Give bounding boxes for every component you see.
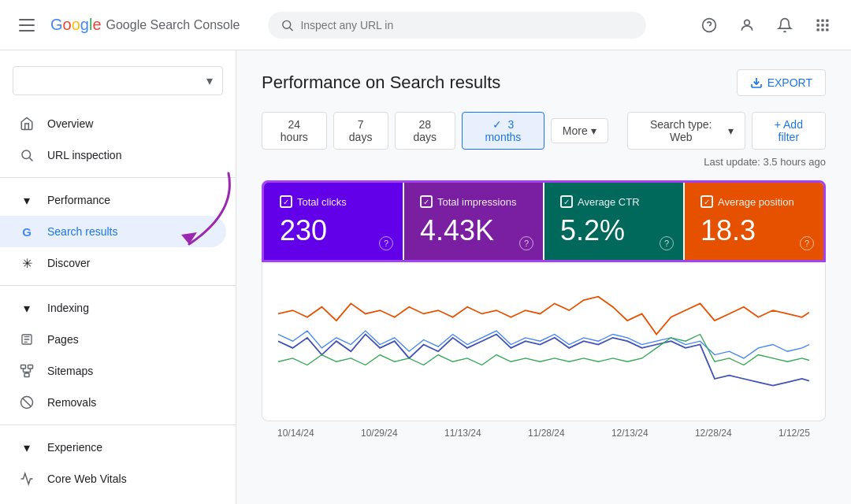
metric-label: ✓ Total impressions: [420, 195, 527, 208]
metric-card-average-position[interactable]: ✓ Average position 18.3 ?: [685, 183, 823, 260]
section-label: Performance: [47, 194, 110, 206]
property-selector[interactable]: ▾: [13, 66, 223, 95]
metric-value: 4.43K: [420, 214, 527, 247]
sidebar-item-label: Core Web Vitals: [47, 472, 127, 485]
chart-container: [262, 264, 826, 421]
metric-card-total-clicks[interactable]: ✓ Total clicks 230 ?: [264, 183, 403, 260]
page-title: Performance on Search results: [262, 72, 500, 93]
google-icon: G: [19, 224, 35, 239]
notifications-button[interactable]: [769, 9, 801, 41]
tab-24hours[interactable]: 24 hours: [262, 112, 327, 150]
sidebar-item-label: Search results: [47, 225, 117, 238]
help-button[interactable]: [693, 9, 725, 41]
accounts-button[interactable]: [731, 9, 763, 41]
help-icon[interactable]: ?: [660, 236, 674, 250]
content-header: Performance on Search results EXPORT: [262, 69, 826, 96]
search-type-button[interactable]: Search type: Web ▾: [627, 112, 745, 150]
date-label: 11/13/24: [444, 428, 481, 439]
sidebar-item-core-web-vitals[interactable]: Core Web Vitals: [0, 463, 226, 495]
performance-section-header[interactable]: ▾ Performance: [0, 184, 236, 216]
removals-icon: [19, 395, 35, 410]
sidebar-item-pages[interactable]: Pages: [0, 324, 226, 355]
svg-rect-13: [826, 28, 828, 31]
search-bar[interactable]: [268, 12, 646, 39]
tab-28days[interactable]: 28 days: [395, 112, 455, 150]
sidebar-item-url-inspection[interactable]: URL inspection: [0, 139, 226, 171]
tab-3months[interactable]: ✓ 3 months: [462, 112, 544, 150]
date-label: 10/29/24: [361, 428, 398, 439]
sidebar-item-label: Sitemaps: [47, 365, 93, 377]
svg-rect-18: [28, 365, 33, 369]
date-label: 1/12/25: [779, 428, 810, 439]
checkbox-icon: ✓: [420, 195, 433, 208]
help-icon[interactable]: ?: [519, 236, 533, 250]
svg-rect-12: [821, 28, 823, 31]
divider: [0, 424, 236, 425]
tab-7days[interactable]: 7 days: [333, 112, 388, 150]
metric-card-total-impressions[interactable]: ✓ Total impressions 4.43K ?: [404, 183, 543, 260]
google-wordmark: Google: [50, 16, 102, 34]
sidebar-item-label: Overview: [47, 117, 93, 130]
sidebar-item-search-results[interactable]: G Search results: [0, 216, 226, 247]
home-icon: [19, 116, 35, 132]
chart-dates: 10/14/24 10/29/24 11/13/24 11/28/24 12/1…: [262, 421, 826, 439]
checkbox-icon: ✓: [280, 195, 292, 208]
metric-title: Total impressions: [437, 196, 516, 208]
menu-button[interactable]: [13, 13, 41, 38]
sidebar-item-label: URL inspection: [47, 149, 121, 161]
checkmark-icon: ✓: [492, 118, 505, 131]
add-filter-button[interactable]: + Add filter: [752, 112, 826, 150]
metric-value: 5.2%: [560, 214, 667, 247]
sidebar-item-overview[interactable]: Overview: [0, 108, 226, 139]
topbar-icons: [693, 9, 838, 41]
checkbox-icon: ✓: [560, 195, 573, 208]
metric-label: ✓ Total clicks: [280, 195, 387, 208]
metrics-row: ✓ Total clicks 230 ? ✓ Total impressions…: [262, 180, 826, 262]
chevron-down-icon: ▾: [591, 124, 596, 137]
experience-section-header[interactable]: ▾ Experience: [0, 432, 236, 463]
vitals-icon: [19, 471, 35, 487]
export-button[interactable]: EXPORT: [737, 69, 826, 96]
svg-rect-19: [24, 373, 29, 377]
discover-icon: ✳: [19, 255, 35, 271]
metric-value: 230: [280, 214, 387, 247]
divider: [0, 177, 236, 178]
sidebar-item-removals[interactable]: Removals: [0, 387, 226, 418]
search-icon: [19, 147, 35, 163]
chevron-down-icon: ▾: [19, 439, 35, 455]
section-label: Experience: [47, 441, 102, 454]
svg-line-1: [290, 28, 293, 31]
svg-rect-7: [826, 19, 828, 21]
sidebar-item-sitemaps[interactable]: Sitemaps: [0, 355, 226, 387]
svg-point-14: [22, 150, 31, 159]
apps-button[interactable]: [807, 9, 838, 41]
help-icon[interactable]: ?: [800, 236, 814, 250]
metric-label: ✓ Average position: [700, 195, 808, 208]
chevron-down-icon: ▾: [206, 73, 213, 88]
search-icon: [281, 18, 294, 32]
sidebar-item-discover[interactable]: ✳ Discover: [0, 247, 226, 279]
svg-line-25: [23, 398, 32, 407]
tab-label: 7 days: [349, 118, 373, 143]
svg-rect-11: [817, 28, 819, 31]
date-label: 12/28/24: [695, 428, 732, 439]
sidebar-item-label: Pages: [47, 333, 79, 346]
tab-more[interactable]: More ▾: [551, 118, 608, 143]
svg-rect-8: [817, 24, 819, 26]
add-filter-label: + Add filter: [764, 118, 814, 143]
checkbox-icon: ✓: [700, 195, 713, 208]
date-label: 12/13/24: [611, 428, 648, 439]
search-type-label: Search type: Web: [639, 118, 723, 143]
date-label: 11/28/24: [528, 428, 565, 439]
performance-chart: [278, 280, 809, 389]
download-icon: [750, 76, 763, 89]
indexing-section-header[interactable]: ▾ Indexing: [0, 292, 236, 324]
help-icon[interactable]: ?: [379, 236, 393, 250]
main-layout: ▾ Overview URL inspection ▾ Performance …: [0, 50, 851, 504]
chevron-down-icon: ▾: [19, 192, 35, 208]
chevron-down-icon: ▾: [728, 124, 734, 137]
tab-label: 24 hours: [281, 118, 308, 143]
search-input[interactable]: [300, 19, 634, 32]
metric-card-average-ctr[interactable]: ✓ Average CTR 5.2% ?: [544, 183, 683, 260]
metric-title: Average position: [718, 196, 794, 208]
